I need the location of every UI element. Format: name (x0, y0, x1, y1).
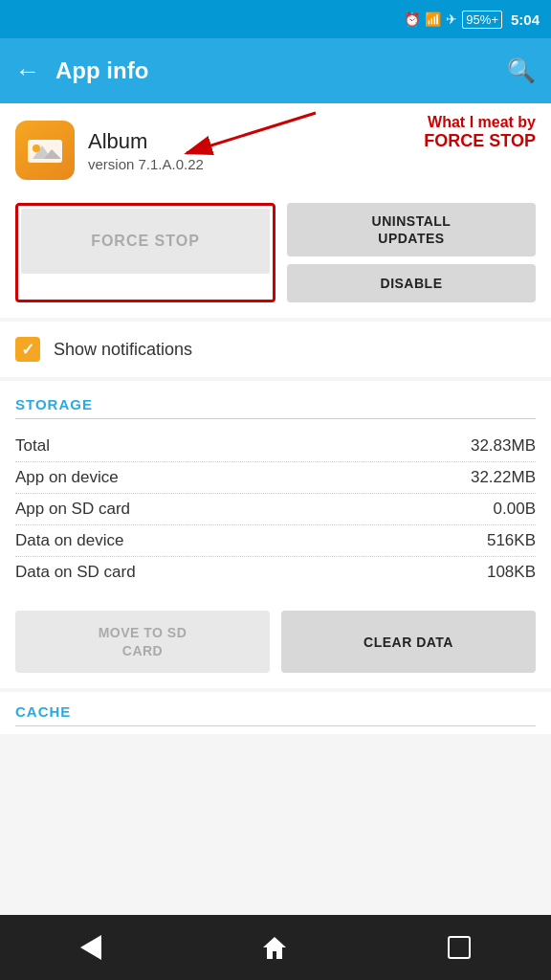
notifications-row: ✓ Show notifications (0, 322, 551, 377)
nav-home-button[interactable] (261, 934, 288, 961)
app-header: Album version 7.1.A.0.22 What I meat by … (0, 103, 551, 191)
storage-value-app-sd: 0.00B (450, 500, 536, 519)
clear-data-button[interactable]: CLEAR DATA (281, 611, 536, 672)
search-icon[interactable]: 🔍 (507, 57, 536, 84)
force-stop-wrapper: FORCE STOP (15, 203, 276, 302)
annotation: What I meat by FORCE STOP (424, 113, 536, 152)
back-button[interactable]: ← (15, 56, 40, 86)
storage-divider (15, 418, 536, 419)
storage-value-total: 32.83MB (450, 436, 536, 456)
app-info-text: Album version 7.1.A.0.22 (88, 129, 204, 172)
battery-percent: 95% (466, 12, 491, 27)
storage-value-app-device: 32.22MB (450, 468, 536, 487)
home-icon (261, 934, 288, 961)
notifications-checkbox[interactable]: ✓ (15, 337, 40, 362)
svg-marker-6 (263, 937, 286, 959)
cache-divider (15, 725, 536, 726)
app-name: Album (88, 129, 204, 154)
storage-label-data-sd: Data on SD card (15, 563, 450, 582)
app-icon (15, 121, 75, 180)
storage-row-app-device: App on device 32.22MB (15, 462, 536, 494)
checkmark-icon: ✓ (21, 340, 34, 360)
disable-button[interactable]: DISABLE (287, 264, 536, 302)
nav-back-button[interactable] (80, 935, 101, 960)
storage-row-total: Total 32.83MB (15, 431, 536, 462)
cache-section-title: CACHE (15, 703, 536, 720)
nav-recent-button[interactable] (448, 936, 471, 959)
force-stop-button[interactable]: FORCE STOP (21, 209, 270, 274)
status-bar: ⏰ 📶 ✈ 95%+ 5:04 (0, 0, 551, 38)
svg-point-3 (33, 145, 40, 152)
storage-value-data-sd: 108KB (450, 563, 536, 582)
storage-bottom-buttons: MOVE TO SDCARD CLEAR DATA (0, 599, 551, 687)
notifications-label: Show notifications (54, 340, 192, 360)
storage-table: Total 32.83MB App on device 32.22MB App … (0, 427, 551, 599)
storage-section-title: STORAGE (15, 396, 536, 412)
page-title: App info (55, 57, 507, 84)
storage-label-data-device: Data on device (15, 531, 450, 550)
battery-indicator: 95%+ (462, 11, 502, 29)
status-icons: ⏰ 📶 ✈ 95%+ 5:04 (404, 11, 540, 29)
clock-icon: ⏰ (404, 11, 420, 27)
storage-row-data-sd: Data on SD card 108KB (15, 557, 536, 588)
annotation-text: What I meat by FORCE STOP (424, 113, 536, 152)
storage-row-app-sd: App on SD card 0.00B (15, 494, 536, 525)
uninstall-updates-button[interactable]: UNINSTALLUPDATES (287, 203, 536, 256)
storage-row-data-device: Data on device 516KB (15, 525, 536, 557)
wifi-icon: 📶 (425, 11, 441, 27)
move-to-sd-button[interactable]: MOVE TO SDCARD (15, 611, 270, 672)
cache-section: CACHE (0, 692, 551, 734)
storage-label-app-device: App on device (15, 468, 450, 487)
storage-label-app-sd: App on SD card (15, 500, 450, 519)
top-bar: ← App info 🔍 (0, 38, 551, 103)
storage-section-header: STORAGE (0, 381, 551, 427)
airplane-icon: ✈ (446, 11, 457, 27)
right-buttons: UNINSTALLUPDATES DISABLE (287, 203, 536, 302)
navigation-bar (0, 915, 551, 980)
storage-label-total: Total (15, 436, 450, 456)
app-version: version 7.1.A.0.22 (88, 156, 204, 172)
buttons-row: FORCE STOP UNINSTALLUPDATES DISABLE (0, 191, 551, 318)
status-time: 5:04 (511, 11, 540, 28)
storage-value-data-device: 516KB (450, 531, 536, 550)
back-triangle-icon (80, 935, 101, 960)
recent-apps-icon (448, 936, 471, 959)
